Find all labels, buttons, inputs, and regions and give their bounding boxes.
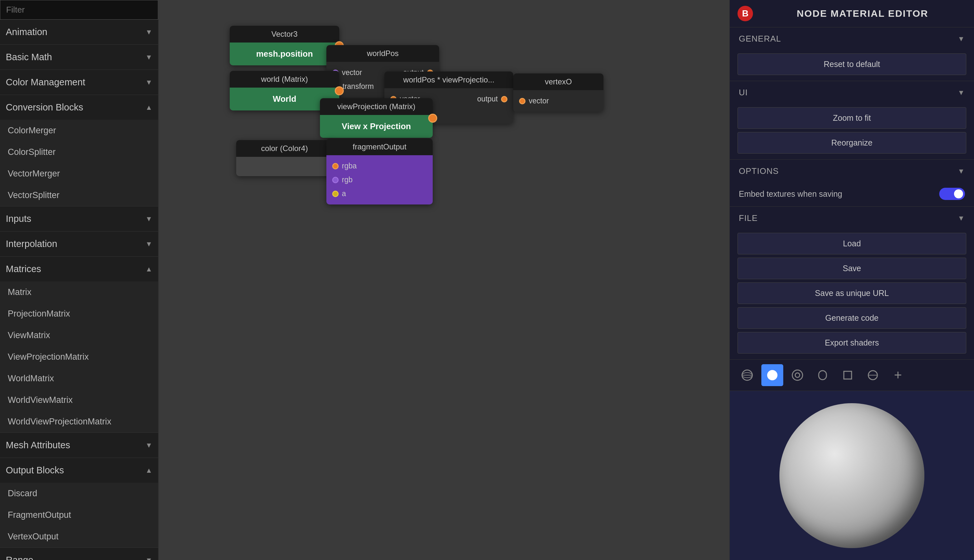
sidebar-section-label: Animation — [6, 27, 47, 37]
sidebar-section-header-animation[interactable]: Animation▼ — [0, 20, 158, 45]
embed-textures-toggle[interactable] — [939, 188, 965, 200]
svg-point-5 — [795, 373, 800, 377]
port-a-in — [332, 191, 339, 197]
sidebar-section-label: Output Blocks — [6, 465, 64, 476]
sphere-view-button[interactable] — [736, 364, 758, 386]
sidebar-section-header-color-management[interactable]: Color Management▼ — [0, 70, 158, 95]
export-shaders-button[interactable]: Export shaders — [737, 332, 966, 353]
sidebar-section-label: Interpolation — [6, 238, 57, 249]
editor-title: NODE MATERIAL EDITOR — [759, 8, 966, 19]
add-shape-button[interactable]: + — [887, 364, 909, 386]
general-section: GENERAL ▼ Reset to default — [730, 27, 974, 81]
node-vertexout[interactable]: vertexO vector — [513, 73, 603, 112]
node-color[interactable]: color (Color4) — [236, 140, 333, 176]
node-fragmentout-header: fragmentOutput — [326, 138, 433, 155]
canvas-area[interactable]: Vector3 mesh.position worldPos vector ou… — [159, 0, 729, 560]
filter-input[interactable] — [0, 0, 158, 20]
sidebar-section-header-conversion-blocks[interactable]: Conversion Blocks▲ — [0, 95, 158, 120]
port-world-out — [335, 86, 344, 95]
sidebar-item-discard[interactable]: Discard — [0, 483, 158, 504]
sidebar-chevron-icon: ▼ — [145, 215, 152, 223]
sidebar-section-label: Mesh Attributes — [6, 440, 70, 450]
svg-point-3 — [767, 370, 777, 380]
node-vector3-header: Vector3 — [230, 26, 339, 43]
sidebar-section-matrices: Matrices▲MatrixProjectionMatrixViewMatri… — [0, 257, 158, 433]
ui-section: UI ▼ Zoom to fit Reorganize — [730, 81, 974, 160]
node-worldpos-mult-header: worldPos * viewProjectio... — [384, 72, 513, 88]
sidebar-section-header-basic-math[interactable]: Basic Math▼ — [0, 45, 158, 70]
svg-point-4 — [792, 370, 803, 380]
port-vertexout-in — [519, 98, 526, 104]
load-button[interactable]: Load — [737, 233, 966, 254]
sidebar-chevron-icon: ▲ — [145, 466, 152, 475]
sidebar-section-header-mesh-attributes[interactable]: Mesh Attributes▼ — [0, 433, 158, 458]
sidebar-item-viewmatrix[interactable]: ViewMatrix — [0, 325, 158, 346]
file-header[interactable]: FILE ▼ — [730, 207, 974, 230]
sidebar-item-worldviewprojectionmatrix[interactable]: WorldViewProjectionMatrix — [0, 411, 158, 432]
right-header: B NODE MATERIAL EDITOR — [730, 0, 974, 27]
reorganize-button[interactable]: Reorganize — [737, 132, 966, 153]
node-world-header: world (Matrix) — [230, 71, 339, 88]
sidebar-section-header-output-blocks[interactable]: Output Blocks▲ — [0, 458, 158, 483]
sidebar-section-basic-math: Basic Math▼ — [0, 45, 158, 70]
sidebar-section-label: Color Management — [6, 77, 85, 88]
sidebar-section-header-range[interactable]: Range▼ — [0, 548, 158, 560]
sidebar: Animation▼Basic Math▼Color Management▼Co… — [0, 0, 159, 560]
node-viewprojection-label: View x Projection — [320, 118, 433, 135]
ui-header[interactable]: UI ▼ — [730, 81, 974, 104]
general-header[interactable]: GENERAL ▼ — [730, 27, 974, 50]
sidebar-section-header-interpolation[interactable]: Interpolation▼ — [0, 232, 158, 256]
options-header[interactable]: OPTIONS ▼ — [730, 160, 974, 183]
save-button[interactable]: Save — [737, 258, 966, 279]
generate-code-button[interactable]: Generate code — [737, 307, 966, 329]
sidebar-item-viewprojectionmatrix[interactable]: ViewProjectionMatrix — [0, 346, 158, 368]
sidebar-section-mesh-attributes: Mesh Attributes▼ — [0, 433, 158, 458]
sidebar-section-header-inputs[interactable]: Inputs▼ — [0, 207, 158, 231]
sidebar-section-label: Conversion Blocks — [6, 102, 83, 113]
circle-view-button[interactable] — [761, 364, 783, 386]
node-viewprojection[interactable]: viewProjection (Matrix) View x Projectio… — [320, 98, 433, 138]
reset-default-button[interactable]: Reset to default — [737, 53, 966, 75]
sidebar-item-projectionmatrix[interactable]: ProjectionMatrix — [0, 303, 158, 325]
port-out2 — [501, 96, 508, 102]
sidebar-item-worldmatrix[interactable]: WorldMatrix — [0, 368, 158, 389]
sidebar-section-header-matrices[interactable]: Matrices▲ — [0, 257, 158, 282]
sidebar-item-colorsplitter[interactable]: ColorSplitter — [0, 142, 158, 163]
sidebar-item-vectormerger[interactable]: VectorMerger — [0, 163, 158, 185]
sidebar-section-interpolation: Interpolation▼ — [0, 232, 158, 257]
sidebar-item-colormerger[interactable]: ColorMerger — [0, 120, 158, 142]
svg-rect-6 — [819, 371, 827, 380]
cube-view-button[interactable] — [837, 364, 859, 386]
ui-label: UI — [739, 88, 748, 98]
port-rgba-in — [332, 163, 339, 169]
embed-textures-row: Embed textures when saving — [730, 183, 974, 207]
file-chevron: ▼ — [957, 214, 965, 223]
sidebar-item-matrix[interactable]: Matrix — [0, 282, 158, 303]
file-section: FILE ▼ Load Save Save as unique URL Gene… — [730, 207, 974, 360]
port-rgb-in — [332, 177, 339, 183]
sidebar-chevron-icon: ▼ — [145, 78, 152, 87]
sidebar-item-vectorsplitter[interactable]: VectorSplitter — [0, 185, 158, 206]
sidebar-section-conversion-blocks: Conversion Blocks▲ColorMergerColorSplitt… — [0, 95, 158, 207]
options-label: OPTIONS — [739, 166, 779, 176]
sidebar-chevron-icon: ▼ — [145, 556, 152, 560]
node-fragmentout[interactable]: fragmentOutput rgba rgb a — [326, 138, 433, 205]
node-viewprojection-header: viewProjection (Matrix) — [320, 98, 433, 115]
node-color-header: color (Color4) — [236, 140, 333, 157]
sidebar-chevron-icon: ▲ — [145, 103, 152, 112]
donut-view-button[interactable] — [787, 364, 809, 386]
preview-area — [730, 391, 974, 560]
save-unique-url-button[interactable]: Save as unique URL — [737, 282, 966, 304]
sidebar-item-vertexoutput[interactable]: VertexOutput — [0, 526, 158, 547]
icon-toolbar: + — [730, 360, 974, 391]
cylinder-view-button[interactable] — [862, 364, 884, 386]
svg-rect-7 — [844, 371, 852, 379]
embed-textures-label: Embed textures when saving — [739, 189, 842, 199]
zoom-to-fit-button[interactable]: Zoom to fit — [737, 107, 966, 129]
sidebar-item-fragmentoutput[interactable]: FragmentOutput — [0, 504, 158, 526]
node-vector3[interactable]: Vector3 mesh.position — [230, 26, 339, 65]
node-vertexout-header: vertexO — [513, 73, 603, 90]
capsule-view-button[interactable] — [812, 364, 834, 386]
sidebar-section-label: Basic Math — [6, 52, 52, 62]
sidebar-item-worldviewmatrix[interactable]: WorldViewMatrix — [0, 389, 158, 411]
